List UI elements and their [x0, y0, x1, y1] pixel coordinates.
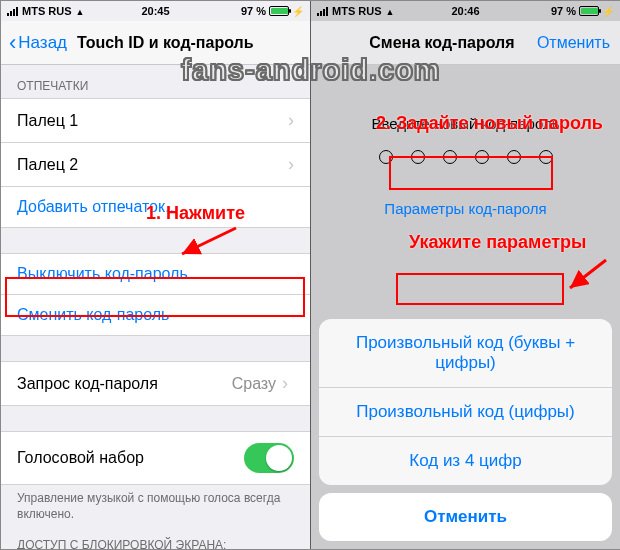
page-title: Смена код-пароля: [357, 34, 527, 52]
bolt-icon: ⚡: [602, 6, 614, 17]
bolt-icon: ⚡: [292, 6, 304, 17]
passcode-dot: [379, 150, 393, 164]
signal-icon: [7, 7, 18, 16]
sheet-option-alnum[interactable]: Произвольный код (буквы + цифры): [319, 319, 612, 387]
row-finger-2[interactable]: Палец 2 ›: [1, 142, 310, 187]
cancel-button[interactable]: Отменить: [527, 34, 620, 52]
page-title: Touch ID и код-пароль: [75, 34, 310, 52]
status-time: 20:46: [416, 5, 515, 17]
row-finger-1[interactable]: Палец 1 ›: [1, 98, 310, 143]
status-bar: MTS RUS 20:45 97 % ⚡: [1, 1, 310, 21]
chevron-right-icon: ›: [288, 110, 294, 131]
signal-icon: [317, 7, 328, 16]
passcode-options-link[interactable]: Параметры код-пароля: [370, 192, 560, 225]
passcode-dots[interactable]: [311, 150, 620, 164]
nav-header: . Смена код-пароля Отменить: [311, 21, 620, 65]
phone-right: MTS RUS 20:46 97 % ⚡ . Смена код-пароля …: [311, 1, 620, 549]
section-header-prints: ОТПЕЧАТКИ: [1, 65, 310, 99]
row-value: Сразу: [232, 375, 276, 393]
carrier-label: MTS RUS: [332, 5, 382, 17]
battery-charging-icon: [269, 6, 289, 16]
chevron-right-icon: ›: [288, 154, 294, 175]
row-label: Выключить код-пароль: [17, 265, 188, 283]
status-time: 20:45: [106, 5, 205, 17]
sheet-cancel-button[interactable]: Отменить: [319, 493, 612, 541]
action-sheet: Произвольный код (буквы + цифры) Произво…: [319, 319, 612, 541]
row-voice-dial[interactable]: Голосовой набор: [1, 431, 310, 485]
passcode-dot: [475, 150, 489, 164]
row-label: Палец 1: [17, 112, 78, 130]
row-label: Добавить отпечаток...: [17, 198, 178, 216]
back-button[interactable]: ‹ Назад: [1, 33, 75, 53]
sheet-option-4digit[interactable]: Код из 4 цифр: [319, 436, 612, 485]
passcode-dot: [443, 150, 457, 164]
switch-on-icon[interactable]: [244, 443, 294, 473]
nav-header: ‹ Назад Touch ID и код-пароль: [1, 21, 310, 65]
row-change-passcode[interactable]: Сменить код-пароль: [1, 294, 310, 336]
battery-pct: 97 %: [241, 5, 266, 17]
row-label: Голосовой набор: [17, 449, 144, 467]
phone-left: MTS RUS 20:45 97 % ⚡ ‹ Назад Touch ID и …: [1, 1, 310, 549]
sheet-option-numeric[interactable]: Произвольный код (цифры): [319, 387, 612, 436]
footer-voice: Управление музыкой с помощью голоса всег…: [1, 485, 310, 532]
row-turn-off-passcode[interactable]: Выключить код-пароль: [1, 253, 310, 295]
row-label: Сменить код-пароль: [17, 306, 169, 324]
passcode-dot: [539, 150, 553, 164]
status-bar: MTS RUS 20:46 97 % ⚡: [311, 1, 620, 21]
row-label: Палец 2: [17, 156, 78, 174]
passcode-dot: [411, 150, 425, 164]
carrier-label: MTS RUS: [22, 5, 72, 17]
row-add-fingerprint[interactable]: Добавить отпечаток...: [1, 186, 310, 228]
chevron-right-icon: ›: [282, 373, 288, 394]
wifi-icon: [386, 5, 395, 17]
passcode-dot: [507, 150, 521, 164]
wifi-icon: [76, 5, 85, 17]
battery-charging-icon: [579, 6, 599, 16]
section-header-lockaccess: ДОСТУП С БЛОКИРОВКОЙ ЭКРАНА:: [1, 532, 310, 549]
passcode-prompt: Введите новый код-пароль: [311, 115, 620, 132]
row-label: Запрос код-пароля: [17, 375, 158, 393]
battery-pct: 97 %: [551, 5, 576, 17]
back-label: Назад: [18, 33, 67, 53]
row-require-passcode[interactable]: Запрос код-пароля Сразу ›: [1, 361, 310, 406]
